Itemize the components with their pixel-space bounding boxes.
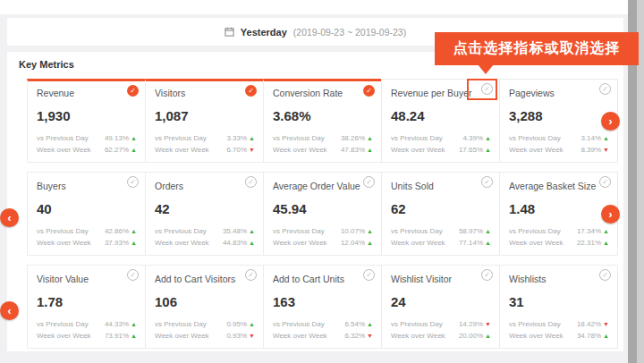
- comparison-percent: 0.95%: [226, 318, 247, 330]
- key-metrics-panel: Key Metrics Revenue✓1,930vs Previous Day…: [7, 52, 623, 351]
- trend-up-icon: ▲: [603, 135, 609, 142]
- trend-down-icon: ▼: [367, 333, 373, 340]
- comparison-row: vs Previous Day49.13%▲: [37, 132, 137, 144]
- comparison-label: vs Previous Day: [273, 318, 325, 330]
- metric-card: Add to Cart Visitors✓106vs Previous Day0…: [145, 265, 264, 349]
- comparison-value: 20.00%▲: [459, 330, 491, 342]
- trend-down-icon: ▼: [603, 321, 609, 328]
- check-circle-checked-icon[interactable]: ✓: [363, 85, 375, 97]
- comparison-row: vs Previous Day58.97%▲: [391, 225, 491, 237]
- metric-label: Average Order Value: [273, 181, 367, 191]
- check-circle-unchecked-icon[interactable]: ✓: [245, 176, 257, 188]
- metric-card: Visitor Value✓1.78vs Previous Day44.33%▲…: [27, 265, 146, 349]
- comparison-percent: 22.31%: [577, 237, 601, 249]
- trend-up-icon: ▲: [603, 333, 609, 340]
- comparison-row: Week over Week47.83%▲: [273, 144, 373, 156]
- comparisons: vs Previous Day35.48%▲Week over Week44.8…: [155, 225, 255, 249]
- comparison-percent: 17.65%: [459, 144, 483, 156]
- comparison-value: 22.31%▲: [577, 237, 609, 249]
- comparison-value: 44.33%▲: [105, 318, 137, 330]
- comparison-percent: 0.93%: [226, 330, 247, 342]
- comparison-percent: 62.27%: [105, 144, 129, 156]
- comparisons: vs Previous Day38.26%▲Week over Week47.8…: [273, 132, 373, 156]
- comparison-label: Week over Week: [509, 237, 564, 249]
- comparison-label: Week over Week: [37, 144, 91, 156]
- trend-up-icon: ▲: [485, 228, 491, 235]
- comparison-value: 4.39%▲: [462, 132, 491, 144]
- comparison-row: vs Previous Day38.26%▲: [273, 132, 373, 144]
- comparison-value: 44.83%▲: [223, 237, 255, 249]
- metric-card: Units Sold✓62vs Previous Day58.97%▲Week …: [381, 172, 500, 256]
- check-circle-unchecked-icon[interactable]: ✓: [245, 269, 257, 281]
- comparison-label: Week over Week: [273, 330, 327, 342]
- comparison-row: Week over Week77.14%▲: [391, 237, 491, 249]
- metrics-grid: Revenue✓1,930vs Previous Day49.13%▲Week …: [27, 79, 622, 358]
- check-circle-unchecked-icon[interactable]: ✓: [127, 176, 139, 188]
- comparison-label: vs Previous Day: [273, 225, 325, 237]
- check-circle-checked-icon[interactable]: ✓: [245, 85, 257, 97]
- metric-value: 24: [391, 294, 491, 309]
- comparison-row: vs Previous Day17.34%▲: [509, 225, 609, 237]
- metric-value: 1,930: [37, 108, 137, 123]
- comparison-percent: 4.39%: [462, 132, 483, 144]
- comparisons: vs Previous Day0.95%▲Week over Week0.93%…: [155, 318, 255, 342]
- trend-up-icon: ▲: [485, 240, 491, 247]
- check-circle-unchecked-icon[interactable]: ✓: [481, 269, 493, 281]
- checkbox-highlight-box: [467, 79, 497, 100]
- comparison-percent: 77.14%: [459, 237, 483, 249]
- metric-card: Wishlists✓31vs Previous Day18.42%▼Week o…: [499, 265, 618, 349]
- check-circle-unchecked-icon[interactable]: ✓: [599, 176, 611, 188]
- check-circle-unchecked-icon[interactable]: ✓: [599, 269, 611, 281]
- trend-up-icon: ▲: [249, 228, 255, 235]
- check-circle-unchecked-icon[interactable]: ✓: [363, 176, 375, 188]
- comparison-percent: 10.07%: [341, 225, 365, 237]
- chevron-left-icon: ‹: [8, 212, 12, 224]
- prev-metrics-button[interactable]: ‹: [0, 208, 19, 227]
- comparison-value: 37.93%▲: [105, 237, 137, 249]
- check-circle-checked-icon[interactable]: ✓: [127, 85, 139, 97]
- metric-label: Units Sold: [391, 181, 485, 191]
- comparison-label: vs Previous Day: [37, 318, 89, 330]
- check-circle-unchecked-icon[interactable]: ✓: [363, 269, 375, 281]
- prev-metrics-button[interactable]: ‹: [0, 301, 19, 320]
- metric-value: 48.24: [391, 108, 491, 123]
- comparison-value: 18.42%▼: [577, 318, 609, 330]
- metric-label: Wishlists: [509, 274, 603, 284]
- comparison-percent: 6.54%: [344, 318, 365, 330]
- comparison-row: Week over Week62.27%▲: [37, 144, 137, 156]
- metric-label: Buyers: [37, 181, 131, 191]
- comparison-row: Week over Week12.04%▲: [273, 237, 373, 249]
- metric-value: 3.68%: [273, 108, 373, 123]
- comparison-label: vs Previous Day: [391, 225, 443, 237]
- comparison-percent: 47.83%: [341, 144, 365, 156]
- trend-up-icon: ▲: [131, 135, 137, 142]
- comparison-row: vs Previous Day0.95%▲: [155, 318, 255, 330]
- metric-card: Revenue✓1,930vs Previous Day49.13%▲Week …: [27, 79, 146, 163]
- comparison-row: vs Previous Day4.39%▲: [391, 132, 491, 144]
- comparison-row: Week over Week6.70%▼: [155, 144, 255, 156]
- date-preset-label: Yesterday: [241, 27, 287, 38]
- next-metrics-button[interactable]: ›: [601, 112, 620, 131]
- comparison-value: 8.39%▼: [580, 144, 609, 156]
- dashboard-screen: Yesterday (2019-09-23 ~ 2019-09-23) Key …: [0, 0, 644, 363]
- check-circle-unchecked-icon[interactable]: ✓: [127, 269, 139, 281]
- comparison-row: Week over Week73.91%▲: [37, 330, 137, 342]
- comparison-label: Week over Week: [155, 144, 209, 156]
- comparison-percent: 37.93%: [105, 237, 129, 249]
- comparisons: vs Previous Day49.13%▲Week over Week62.2…: [37, 132, 137, 156]
- trend-down-icon: ▼: [485, 321, 491, 328]
- comparison-row: Week over Week0.93%▼: [155, 330, 255, 342]
- comparisons: vs Previous Day58.97%▲Week over Week77.1…: [391, 225, 491, 249]
- comparison-percent: 58.97%: [459, 225, 483, 237]
- comparison-value: 35.48%▲: [223, 225, 255, 237]
- trend-up-icon: ▲: [603, 228, 609, 235]
- check-circle-unchecked-icon[interactable]: ✓: [599, 83, 611, 95]
- comparison-label: Week over Week: [509, 330, 564, 342]
- comparison-percent: 6.70%: [226, 144, 247, 156]
- comparison-value: 6.54%▲: [344, 318, 373, 330]
- metric-label: Visitor Value: [37, 274, 131, 284]
- next-metrics-button[interactable]: ›: [601, 205, 620, 224]
- comparison-value: 3.33%▲: [226, 132, 255, 144]
- check-circle-unchecked-icon[interactable]: ✓: [481, 176, 493, 188]
- comparison-row: vs Previous Day42.86%▲: [37, 225, 137, 237]
